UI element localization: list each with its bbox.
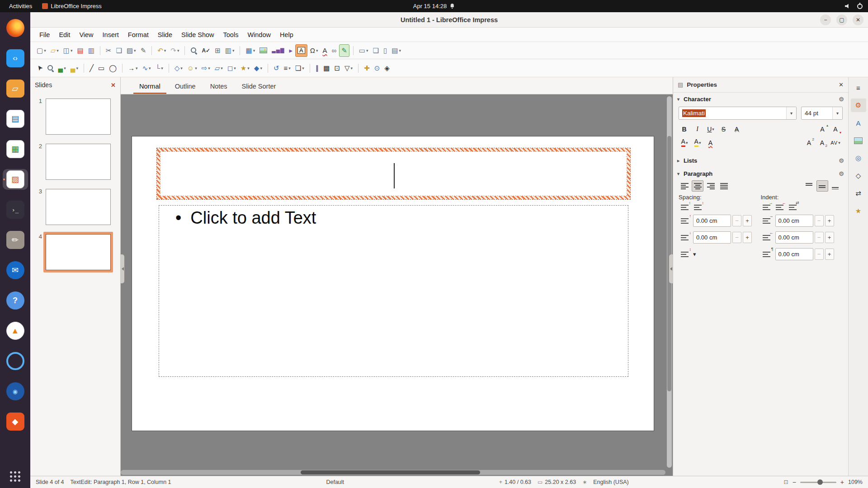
font-color-button[interactable]: A▾ (679, 137, 690, 148)
dropdown-arrow-icon[interactable]: ▾ (247, 66, 250, 70)
insert-chart-button[interactable]: ▃▅▇ (270, 44, 286, 57)
fill-color-button[interactable]: ▄ ▾ (57, 62, 68, 75)
menu-slide-show[interactable]: Slide Show (177, 29, 219, 41)
system-tray-menu[interactable] (845, 4, 863, 9)
slides-panel-close-button[interactable]: ✕ (111, 82, 116, 89)
maximize-button[interactable]: ▢ (836, 14, 847, 25)
tab-slide-sorter[interactable]: Slide Sorter (236, 79, 282, 94)
insert-table-button[interactable]: ▦ ▾ (244, 44, 257, 57)
before-indent-increase-button[interactable]: + (825, 215, 834, 226)
slide-style-status[interactable]: Default (326, 479, 344, 485)
help-launcher[interactable]: ? (3, 290, 28, 311)
increase-indent-button[interactable] (761, 202, 773, 213)
dropdown-arrow-icon[interactable]: ▾ (302, 66, 304, 70)
slide-page[interactable]: •Click to add Text (132, 136, 654, 431)
flowchart-button[interactable]: ▱ ▾ (213, 62, 225, 75)
basic-shapes-button[interactable]: ◇ ▾ (173, 62, 184, 75)
fit-slide-icon[interactable]: ⊡ (784, 479, 788, 485)
dropdown-arrow-icon[interactable]: ▾ (180, 66, 183, 70)
menu-format[interactable]: Format (123, 29, 153, 41)
character-section-header[interactable]: ▾ Character ⚙ (673, 93, 848, 106)
close-button[interactable]: ✕ (853, 14, 863, 25)
dropdown-arrow-icon[interactable]: ▾ (316, 48, 318, 53)
character-spacing-button[interactable]: AV▾ (830, 137, 841, 148)
slide-thumbnail[interactable] (46, 189, 111, 225)
terminal-launcher[interactable]: ›_ (3, 199, 28, 220)
insert-special-character-button[interactable]: Ω ▾ (308, 44, 320, 57)
copy-button[interactable]: ❏ (114, 44, 123, 57)
menu-file[interactable]: File (35, 29, 54, 41)
files-launcher[interactable]: ▱ (3, 78, 28, 99)
dropdown-arrow-icon[interactable]: ▾ (71, 48, 73, 53)
subscript-button[interactable]: A (816, 137, 828, 148)
align-left-button[interactable] (679, 180, 690, 192)
slide-layout-button[interactable]: ▤ ▾ (390, 44, 403, 57)
clock-menu[interactable]: Apr 15 14:28 (413, 3, 455, 9)
dropdown-arrow-icon[interactable]: ▾ (399, 48, 401, 53)
tab-gallery[interactable] (851, 134, 866, 147)
vlc-launcher[interactable]: ▲ (3, 320, 28, 341)
increase-paragraph-spacing-button[interactable] (679, 202, 690, 213)
insert-fontwork-button[interactable]: A (321, 44, 329, 57)
underline-button[interactable]: U▾ (705, 123, 717, 135)
zoom-pan-tool[interactable] (45, 62, 56, 75)
dropdown-arrow-icon[interactable]: ▾ (134, 48, 136, 53)
before-indent-decrease-button[interactable]: − (815, 215, 824, 226)
section-settings-icon[interactable]: ⚙ (839, 157, 844, 164)
center-vertically-button[interactable] (816, 180, 828, 192)
decrease-paragraph-spacing-button[interactable] (692, 202, 703, 213)
before-text-indent-field[interactable]: 0.00 cm (775, 215, 813, 227)
toggle-shadow-button[interactable]: A (731, 123, 743, 135)
3d-objects-button[interactable]: ◆ ▾ (252, 62, 264, 75)
content-placeholder[interactable]: •Click to add Text (159, 205, 628, 377)
block-arrows-button[interactable]: ⇨ ▾ (200, 62, 212, 75)
align-top-button[interactable] (803, 180, 815, 192)
focused-app-menu[interactable]: LibreOffice Impress (42, 3, 101, 9)
bold-button[interactable]: B (679, 123, 690, 135)
vscode-launcher[interactable]: ‹› (3, 48, 28, 69)
dropdown-arrow-icon[interactable]: ▾ (164, 48, 166, 53)
first-line-indent-decrease-button[interactable]: − (815, 249, 824, 260)
line-spacing-button[interactable] (679, 249, 690, 260)
dropdown-arrow-icon[interactable]: ▾ (260, 66, 262, 70)
font-size-combobox[interactable]: 44 pt ▾ (801, 107, 843, 120)
calc-launcher[interactable]: ▦ (3, 139, 28, 160)
first-line-indent-increase-button[interactable]: + (825, 249, 834, 260)
impress-launcher[interactable]: ▨ (3, 169, 28, 190)
menu-window[interactable]: Window (243, 29, 275, 41)
decrease-indent-button[interactable] (774, 202, 786, 213)
zoom-slider-handle[interactable] (817, 479, 823, 485)
insert-media-button[interactable]: ▸ (288, 44, 295, 57)
align-right-button[interactable] (705, 180, 717, 192)
slide-thumbnail-1[interactable]: 1 (33, 96, 118, 137)
menu-insert[interactable]: Insert (98, 29, 123, 41)
firefox-launcher[interactable] (3, 18, 28, 38)
italic-button[interactable]: I (692, 123, 703, 135)
save-button[interactable]: ◫ ▾ (61, 44, 75, 57)
callout-shapes-button[interactable]: ◻ ▾ (226, 62, 238, 75)
find-replace-button[interactable] (189, 44, 199, 57)
align-bottom-button[interactable] (830, 180, 841, 192)
select-tool[interactable]: ➤ (35, 62, 44, 75)
below-spacing-increase-button[interactable]: + (743, 232, 752, 243)
tab-properties[interactable]: ⚙ (851, 99, 866, 112)
show-applications-button[interactable] (9, 470, 21, 483)
dropdown-arrow-icon[interactable]: ▾ (366, 48, 368, 53)
dropdown-arrow-icon[interactable]: ▾ (136, 66, 138, 70)
dropdown-arrow-icon[interactable]: ▾ (177, 48, 179, 53)
line-color-button[interactable]: ▄ ▾ (69, 62, 80, 75)
horizontal-scrollbar[interactable] (121, 470, 665, 475)
paragraph-section-header[interactable]: ▾ Paragraph ⚙ (673, 167, 848, 180)
zoom-slider[interactable] (800, 482, 836, 483)
slide-thumbnail[interactable] (46, 144, 111, 180)
tab-normal[interactable]: Normal (133, 79, 166, 94)
spelling-button[interactable]: A✓ (200, 44, 212, 57)
character-effects-button[interactable]: A (705, 137, 717, 148)
circle-app-launcher-1[interactable] (3, 351, 28, 371)
expand-slide-button[interactable]: ▯ (382, 44, 389, 57)
image-filter-button[interactable]: ▽ ▾ (343, 62, 354, 75)
cut-button[interactable]: ✂ (104, 44, 113, 57)
tab-outline[interactable]: Outline (169, 79, 202, 94)
insert-line-button[interactable]: ╱ (88, 62, 95, 75)
slide-thumbnail-3[interactable]: 3 (33, 187, 118, 227)
